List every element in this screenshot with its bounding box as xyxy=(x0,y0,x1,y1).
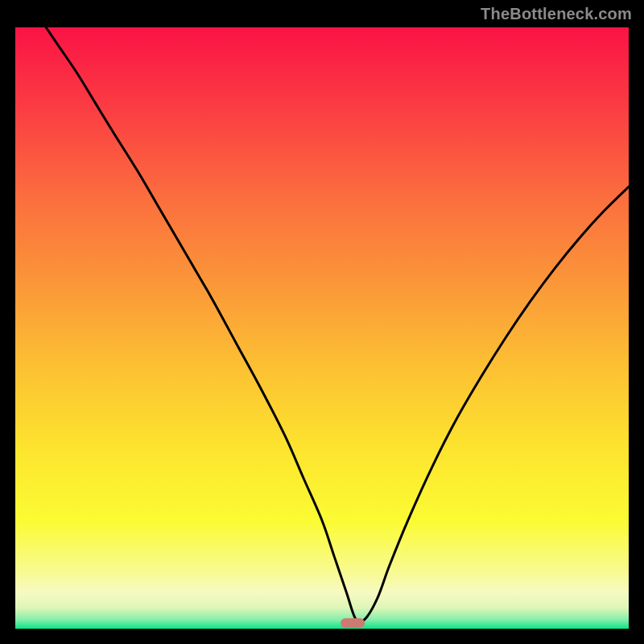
plot-area: TheBottleneck.com xyxy=(15,27,629,629)
chart-frame: TheBottleneck.com xyxy=(0,0,644,644)
optimal-marker xyxy=(341,618,365,628)
bottleneck-chart xyxy=(15,27,629,629)
watermark-text: TheBottleneck.com xyxy=(481,5,632,23)
gradient-background xyxy=(15,27,629,629)
